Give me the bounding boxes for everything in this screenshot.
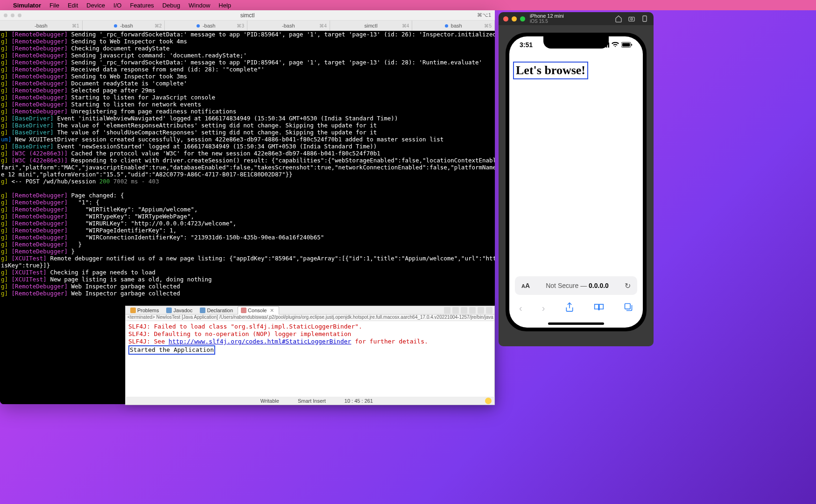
terminal-title-hotkey: ⌘⌥1: [477, 12, 491, 18]
menu-debug[interactable]: Debug: [162, 2, 180, 9]
bookmarks-icon[interactable]: [594, 303, 604, 314]
console-toolbar-button[interactable]: [478, 307, 484, 314]
zoom-icon[interactable]: [520, 16, 525, 21]
terminal-tab[interactable]: bash⌘5: [412, 21, 495, 31]
iphone-notch: [543, 36, 609, 49]
page-heading: Let's browse!: [513, 62, 588, 79]
tab-console[interactable]: Console×: [238, 306, 279, 315]
reader-aa-icon[interactable]: AA: [521, 282, 530, 289]
iphone-frame: 3:51 Let's browse! AA Not Secure — 0.0.0…: [506, 33, 647, 331]
svg-rect-9: [631, 44, 632, 46]
eclipse-console-panel: Problems Javadoc Declaration Console× <t…: [125, 306, 495, 405]
terminal-tab[interactable]: -bash⌘2: [83, 21, 165, 31]
terminal-tab[interactable]: simctl⌘4: [330, 21, 413, 31]
iphone-screen[interactable]: 3:51 Let's browse! AA Not Secure — 0.0.0…: [509, 36, 643, 328]
svg-rect-8: [622, 43, 630, 46]
console-icon: [241, 308, 246, 313]
zoom-icon[interactable]: [18, 14, 21, 17]
menu-io[interactable]: I/O: [113, 2, 121, 9]
screenshot-icon[interactable]: [627, 14, 636, 23]
console-toolbar-button[interactable]: [461, 307, 467, 314]
tab-javadoc[interactable]: Javadoc: [163, 308, 195, 313]
share-icon[interactable]: [565, 302, 574, 315]
simulator-window: iPhone 12 mini iOS 15.5 3:51 Let's brow: [499, 12, 654, 346]
tab-hotkey: ⌘3: [237, 23, 244, 28]
tab-label: -bash: [35, 23, 48, 28]
tab-hotkey: ⌘2: [155, 23, 162, 28]
home-icon[interactable]: [614, 14, 623, 23]
tab-label: -bash: [282, 23, 295, 28]
terminal-tab[interactable]: -bash⌘1: [0, 21, 83, 31]
close-icon[interactable]: [4, 14, 7, 17]
unread-dot-icon: [197, 24, 200, 28]
menu-edit[interactable]: Edit: [68, 2, 78, 9]
menu-features[interactable]: Features: [130, 2, 154, 9]
status-time: 3:51: [520, 41, 533, 49]
svg-rect-0: [629, 17, 634, 21]
home-indicator[interactable]: [548, 322, 604, 325]
tab-hotkey: ⌘5: [484, 23, 492, 28]
terminal-tabs: -bash⌘1-bash⌘2-bash⌘3-bash⌘4simctl⌘4bash…: [0, 21, 495, 31]
safari-page-content[interactable]: Let's browse!: [509, 58, 643, 83]
status-writable: Writable: [260, 398, 279, 404]
problems-icon: [130, 308, 136, 313]
tab-hotkey: ⌘4: [402, 23, 409, 28]
tab-label: -bash: [203, 23, 216, 28]
back-icon[interactable]: ‹: [519, 303, 522, 314]
console-line: SLF4J: Defaulting to no-operation (NOP) …: [128, 330, 492, 338]
console-subheader: <terminated> NewIosTest [Java Applicatio…: [126, 315, 494, 321]
svg-rect-10: [625, 303, 630, 309]
console-output[interactable]: SLF4J: Failed to load class "org.slf4j.i…: [126, 321, 494, 357]
safari-url-bar[interactable]: AA Not Secure — 0.0.0.0 ↻: [515, 276, 637, 295]
tab-declaration[interactable]: Declaration: [197, 308, 236, 313]
url-text[interactable]: Not Secure — 0.0.0.0: [530, 282, 625, 289]
rotate-icon[interactable]: [640, 14, 649, 23]
menu-help[interactable]: Help: [218, 2, 231, 9]
tab-label: -bash: [120, 23, 133, 28]
tabs-icon[interactable]: [624, 302, 633, 314]
eclipse-view-tabs: Problems Javadoc Declaration Console×: [126, 306, 494, 315]
console-toolbar-button[interactable]: [444, 307, 450, 314]
close-icon[interactable]: [503, 16, 508, 21]
tab-problems[interactable]: Problems: [127, 308, 162, 313]
status-cursor-position: 10 : 45 : 261: [345, 398, 373, 404]
traffic-lights[interactable]: [4, 14, 21, 17]
macos-menubar: Simulator File Edit Device I/O Features …: [0, 0, 816, 10]
unread-dot-icon: [114, 24, 117, 28]
tip-bulb-icon[interactable]: [485, 398, 492, 404]
app-name[interactable]: Simulator: [13, 2, 41, 9]
status-insert-mode: Smart Insert: [298, 398, 326, 404]
svg-point-1: [631, 18, 633, 20]
terminal-title: simctl: [240, 12, 255, 19]
reload-icon[interactable]: ↻: [625, 281, 631, 290]
simulator-body: 3:51 Let's browse! AA Not Secure — 0.0.0…: [499, 25, 654, 346]
battery-icon: [621, 42, 633, 48]
tab-hotkey: ⌘1: [72, 23, 79, 28]
console-toolbar-button[interactable]: [486, 307, 492, 314]
simulator-titlebar[interactable]: iPhone 12 mini iOS 15.5: [499, 12, 654, 25]
safari-toolbar: ‹ ›: [509, 299, 643, 317]
terminal-titlebar[interactable]: simctl ⌘⌥1: [0, 10, 495, 21]
declaration-icon: [200, 308, 205, 313]
terminal-tab[interactable]: -bash⌘3: [165, 21, 247, 31]
svg-rect-2: [643, 16, 647, 21]
wifi-icon: [612, 42, 619, 48]
minimize-icon[interactable]: [11, 14, 14, 17]
traffic-lights[interactable]: [503, 16, 525, 21]
javadoc-icon: [166, 308, 172, 313]
forward-icon[interactable]: ›: [542, 303, 545, 314]
menu-device[interactable]: Device: [86, 2, 105, 9]
unread-dot-icon: [445, 24, 448, 28]
close-icon[interactable]: ×: [268, 307, 275, 314]
console-toolbar-button[interactable]: [452, 307, 459, 314]
console-line: Started the Application: [128, 345, 492, 355]
minimize-icon[interactable]: [512, 16, 517, 21]
terminal-tab[interactable]: -bash⌘4: [247, 21, 330, 31]
menu-window[interactable]: Window: [189, 2, 210, 9]
console-toolbar-button[interactable]: [469, 307, 476, 314]
tab-hotkey: ⌘4: [319, 23, 327, 28]
simulator-device-name: iPhone 12 mini: [530, 13, 610, 19]
console-line: SLF4J: Failed to load class "org.slf4j.i…: [128, 323, 492, 330]
menu-file[interactable]: File: [49, 2, 59, 9]
console-line: SLF4J: See http://www.slf4j.org/codes.ht…: [128, 338, 492, 345]
